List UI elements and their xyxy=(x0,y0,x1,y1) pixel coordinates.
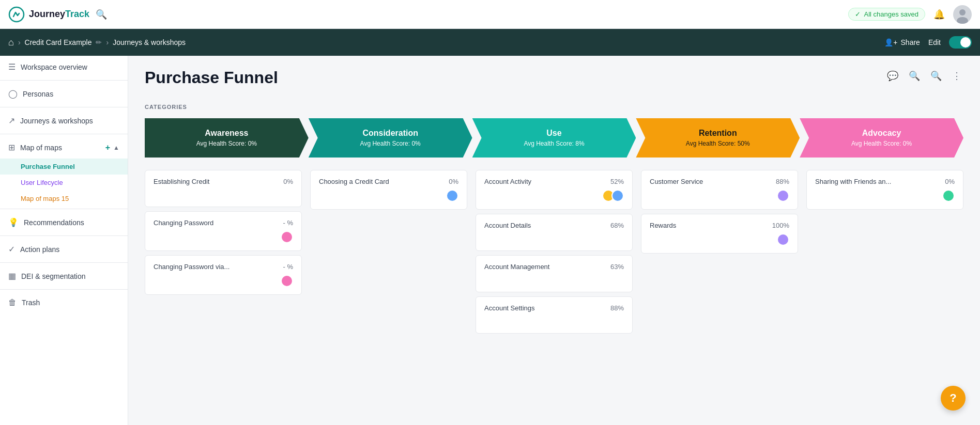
sidebar: ☰ Workspace overview ◯ Personas ↗ Journe… xyxy=(0,56,128,425)
more-options-icon[interactable]: ⋮ xyxy=(950,68,963,84)
sidebar-item-label: Workspace overview xyxy=(21,63,87,71)
share-button[interactable]: 👤+ Share xyxy=(884,38,920,46)
stage-advocacy-name: Advocacy xyxy=(812,129,951,138)
home-icon[interactable]: ⌂ xyxy=(8,37,14,48)
stage-use[interactable]: Use Avg Health Score: 8% xyxy=(472,118,636,158)
col-awareness: Establishing Credit 0% Changing Password… xyxy=(145,170,302,334)
item-name: Account Details xyxy=(484,222,610,229)
list-item[interactable]: Account Management 63% xyxy=(476,255,633,292)
map-of-maps-right: + ▲ xyxy=(105,143,119,152)
edit-label: Edit xyxy=(928,38,941,46)
chevron-up-icon: ▲ xyxy=(113,144,119,151)
nav-right: ✓ All changes saved 🔔 xyxy=(848,5,972,24)
app-body: ☰ Workspace overview ◯ Personas ↗ Journe… xyxy=(0,0,980,425)
breadcrumb-separator-2: › xyxy=(106,38,109,46)
stage-awareness[interactable]: Awareness Avg Health Score: 0% xyxy=(145,118,309,158)
logo-text: JourneyTrack xyxy=(29,9,89,20)
item-pct: - % xyxy=(283,263,294,271)
list-item[interactable]: Customer Service 88% xyxy=(641,170,798,210)
stage-advocacy[interactable]: Advocacy Avg Health Score: 0% xyxy=(800,118,963,158)
add-map-icon[interactable]: + xyxy=(105,143,110,152)
list-item[interactable]: Changing Password - % xyxy=(145,211,302,251)
item-card-top: Customer Service 88% xyxy=(650,178,789,185)
zoom-in-icon[interactable]: 🔍 xyxy=(928,68,944,84)
help-button[interactable]: ? xyxy=(941,386,966,411)
sidebar-item-personas[interactable]: ◯ Personas xyxy=(0,83,128,105)
sidebar-subitem-purchase-funnel[interactable]: Purchase Funnel xyxy=(0,159,128,175)
sidebar-divider-5 xyxy=(0,235,128,236)
item-name: Changing Password xyxy=(154,219,283,227)
avatar xyxy=(777,233,789,246)
list-item[interactable]: Account Activity 52% xyxy=(476,170,633,210)
avatar xyxy=(281,275,293,287)
item-footer xyxy=(154,275,293,287)
item-card-top: Changing Password via... - % xyxy=(154,263,293,271)
logo-icon xyxy=(8,6,25,23)
item-name: Customer Service xyxy=(650,178,776,185)
sidebar-item-label: Trash xyxy=(22,298,40,307)
item-pct: 0% xyxy=(449,178,458,185)
edit-toggle[interactable] xyxy=(949,36,972,49)
avatar-group xyxy=(446,190,458,202)
item-footer xyxy=(650,190,789,202)
list-item[interactable]: Account Settings 88% xyxy=(476,296,633,334)
item-card-top: Rewards 100% xyxy=(650,222,789,229)
dei-icon: ▦ xyxy=(8,271,16,281)
items-grid: Establishing Credit 0% Changing Password… xyxy=(145,170,963,334)
sidebar-divider-2 xyxy=(0,107,128,107)
list-item[interactable]: Rewards 100% xyxy=(641,214,798,254)
stage-retention-score: Avg Health Score: 50% xyxy=(648,140,787,147)
sidebar-item-recommendations[interactable]: 💡 Recommendations xyxy=(0,211,128,233)
sidebar-item-action-plans[interactable]: ✓ Action plans xyxy=(0,238,128,260)
item-card-top: Choosing a Credit Card 0% xyxy=(319,178,458,185)
item-card-top: Changing Password - % xyxy=(154,219,293,227)
sidebar-subitem-user-lifecycle[interactable]: User Lifecycle xyxy=(0,175,128,191)
breadcrumb-project[interactable]: Credit Card Example xyxy=(25,38,92,46)
avatar xyxy=(611,190,624,202)
sidebar-item-map-of-maps[interactable]: ⊞ Map of maps + ▲ xyxy=(0,136,128,159)
logo[interactable]: JourneyTrack xyxy=(8,6,89,23)
edit-project-icon[interactable]: ✏ xyxy=(96,38,102,46)
map-of-maps-icon: ⊞ xyxy=(8,143,15,152)
item-name: Sharing with Friends an... xyxy=(815,178,945,185)
sidebar-item-trash[interactable]: 🗑 Trash xyxy=(0,292,128,313)
list-item[interactable]: Account Details 68% xyxy=(476,214,633,251)
list-item[interactable]: Changing Password via... - % xyxy=(145,255,302,295)
item-pct: 88% xyxy=(610,304,624,312)
breadcrumb-section[interactable]: Journeys & workshops xyxy=(113,38,186,46)
sidebar-item-label: Action plans xyxy=(20,245,59,254)
workspace-overview-icon: ☰ xyxy=(8,62,16,72)
item-card-top: Sharing with Friends an... 0% xyxy=(815,178,955,185)
list-item[interactable]: Sharing with Friends an... 0% xyxy=(806,170,963,210)
item-name: Rewards xyxy=(650,222,772,229)
comment-icon[interactable]: 💬 xyxy=(885,68,900,84)
main-content: Purchase Funnel 💬 🔍 🔍 ⋮ CATEGORIES Aware… xyxy=(128,56,980,425)
item-name: Choosing a Credit Card xyxy=(319,178,449,185)
item-pct: 0% xyxy=(283,178,293,185)
personas-icon: ◯ xyxy=(8,89,18,99)
sidebar-item-journeys-workshops[interactable]: ↗ Journeys & workshops xyxy=(0,109,128,132)
item-footer xyxy=(815,190,955,202)
share-icon: 👤+ xyxy=(884,38,897,46)
user-avatar[interactable] xyxy=(953,5,972,24)
item-card-top: Establishing Credit 0% xyxy=(154,178,293,185)
notification-bell-icon[interactable]: 🔔 xyxy=(933,9,945,20)
stage-retention[interactable]: Retention Avg Health Score: 50% xyxy=(636,118,800,158)
stage-advocacy-score: Avg Health Score: 0% xyxy=(812,140,951,147)
list-item[interactable]: Choosing a Credit Card 0% xyxy=(310,170,467,210)
item-footer xyxy=(650,233,789,246)
funnel-stages: Awareness Avg Health Score: 0% Considera… xyxy=(145,118,963,158)
item-pct: 63% xyxy=(610,263,624,271)
sidebar-item-label: Recommendations xyxy=(24,218,84,227)
stage-consideration[interactable]: Consideration Avg Health Score: 0% xyxy=(309,118,472,158)
sidebar-divider-4 xyxy=(0,209,128,209)
sidebar-item-dei[interactable]: ▦ DEI & segmentation xyxy=(0,265,128,287)
list-item[interactable]: Establishing Credit 0% xyxy=(145,170,302,207)
col-use: Account Activity 52% Account Details 68% xyxy=(476,170,633,334)
search-icon[interactable]: 🔍 xyxy=(96,9,107,20)
sidebar-subitem-map-15[interactable]: Map of maps 15 xyxy=(0,191,128,207)
zoom-out-icon[interactable]: 🔍 xyxy=(907,68,922,84)
sidebar-item-workspace-overview[interactable]: ☰ Workspace overview xyxy=(0,56,128,78)
breadcrumb-right: 👤+ Share Edit xyxy=(884,36,972,49)
item-pct: 88% xyxy=(776,178,789,185)
